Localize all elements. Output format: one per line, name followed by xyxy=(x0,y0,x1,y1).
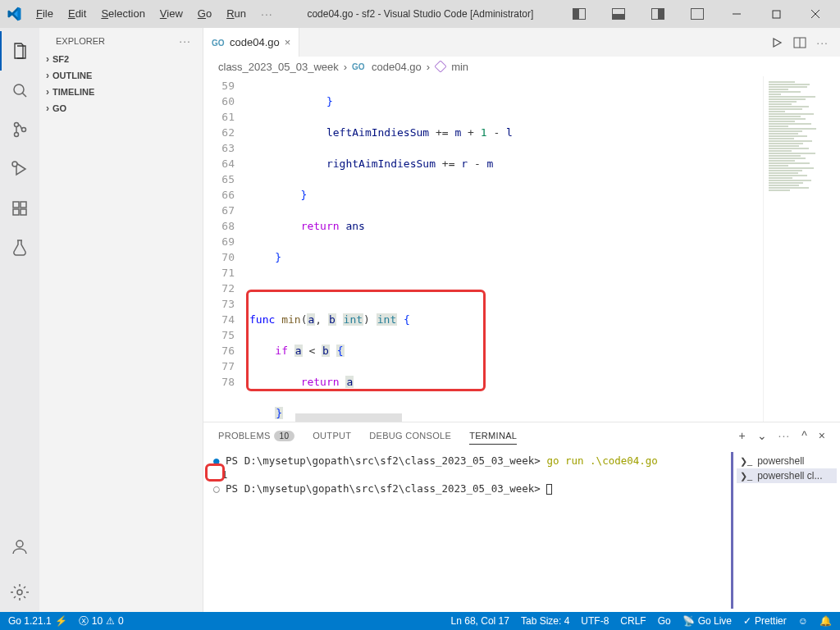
svg-point-10 xyxy=(12,162,17,167)
terminal-list: ❯_powershell ❯_powershell cl... xyxy=(733,449,840,612)
status-feedback-icon[interactable]: ☺ xyxy=(798,615,808,627)
activity-debug[interactable] xyxy=(0,149,39,189)
h-scrollbar[interactable] xyxy=(295,413,402,422)
terminal-output: 1 xyxy=(213,468,724,482)
terminal[interactable]: ● PS D:\mysetup\gopath\src\sf2\class_202… xyxy=(203,449,733,612)
status-go-version[interactable]: Go 1.21.1 ⚡ xyxy=(8,615,67,627)
svg-point-6 xyxy=(15,123,19,127)
sidebar-header: EXPLORER ··· xyxy=(39,28,203,51)
tab-code04[interactable]: GO code04.go × xyxy=(203,28,299,57)
menu-bar: File Edit Selection View Go Run ··· xyxy=(30,4,280,24)
status-encoding[interactable]: UTF-8 xyxy=(581,615,609,627)
activity-bar xyxy=(0,28,39,612)
editor[interactable]: 5960616263646566676869707172737475767778… xyxy=(203,76,840,422)
layout-toggle-2[interactable] xyxy=(600,2,637,26)
line-gutter: 5960616263646566676869707172737475767778 xyxy=(203,76,249,422)
menu-go[interactable]: Go xyxy=(191,4,218,24)
window-minimize[interactable] xyxy=(719,2,755,26)
svg-point-16 xyxy=(17,590,22,595)
layout-toggle-3[interactable] xyxy=(640,2,676,26)
svg-rect-1 xyxy=(773,11,780,18)
status-bar: Go 1.21.1 ⚡ ⓧ 10 ⚠ 0 Ln 68, Col 17 Tab S… xyxy=(0,612,840,630)
sidebar-more-icon[interactable]: ··· xyxy=(179,34,191,48)
svg-marker-18 xyxy=(774,39,781,47)
editor-more-icon[interactable]: ··· xyxy=(816,36,829,49)
activity-account[interactable] xyxy=(0,527,39,566)
svg-line-5 xyxy=(22,93,26,97)
status-prettier[interactable]: ✓ Prettier xyxy=(743,615,787,627)
tab-label: code04.go xyxy=(230,36,280,48)
svg-point-8 xyxy=(22,128,26,132)
status-bell-icon[interactable]: 🔔 xyxy=(819,615,832,627)
breadcrumb[interactable]: class_2023_05_03_week› GO code04.go› min xyxy=(203,57,840,76)
menu-selection[interactable]: Selection xyxy=(94,4,151,24)
window-title: code04.go - sf2 - Visual Studio Code [Ad… xyxy=(280,8,561,20)
tab-output[interactable]: OUTPUT xyxy=(313,427,351,444)
status-golive[interactable]: 📡 Go Live xyxy=(682,615,732,627)
sidebar: EXPLORER ··· ›SF2 ›OUTLINE ›TIMELINE ›GO xyxy=(39,28,203,612)
status-tabsize[interactable]: Tab Size: 4 xyxy=(521,615,569,627)
panel-maximize-icon[interactable]: ^ xyxy=(801,429,807,442)
activity-explorer[interactable] xyxy=(0,31,39,71)
status-eol[interactable]: CRLF xyxy=(620,615,646,627)
tab-problems[interactable]: PROBLEMS10 xyxy=(218,427,294,444)
menu-more[interactable]: ··· xyxy=(254,4,280,24)
minimap[interactable] xyxy=(763,76,840,422)
term-item-1[interactable]: ❯_powershell xyxy=(737,454,837,468)
breadcrumb-symbol[interactable]: min xyxy=(451,61,468,73)
go-file-icon: GO xyxy=(212,38,225,48)
activity-extensions[interactable] xyxy=(0,189,39,228)
terminal-scroll-indicator xyxy=(731,452,733,609)
layout-toggle-4[interactable] xyxy=(679,2,715,26)
menu-edit[interactable]: Edit xyxy=(62,4,93,24)
sidebar-go[interactable]: ›GO xyxy=(39,100,203,116)
sidebar-timeline[interactable]: ›TIMELINE xyxy=(39,84,203,100)
sidebar-sf2[interactable]: ›SF2 xyxy=(39,51,203,67)
sidebar-outline[interactable]: ›OUTLINE xyxy=(39,67,203,84)
svg-text:GO: GO xyxy=(352,62,365,71)
cursor-icon xyxy=(546,484,552,495)
window-close[interactable] xyxy=(797,2,833,26)
run-icon[interactable] xyxy=(770,36,783,49)
svg-point-15 xyxy=(16,541,23,547)
layout-toggle-1[interactable] xyxy=(561,2,597,26)
activity-scm[interactable] xyxy=(0,110,39,149)
status-position[interactable]: Ln 68, Col 17 xyxy=(451,615,509,627)
activity-settings[interactable] xyxy=(0,573,39,612)
menu-run[interactable]: Run xyxy=(220,4,253,24)
activity-testing[interactable] xyxy=(0,228,39,267)
code-area[interactable]: } leftAimIndiesSum += m + 1 - l rightAim… xyxy=(249,76,763,422)
window-maximize[interactable] xyxy=(758,2,794,26)
panel-more-icon[interactable]: ··· xyxy=(778,429,791,442)
terminal-dropdown-icon[interactable]: ⌄ xyxy=(757,429,767,442)
tab-debug[interactable]: DEBUG CONSOLE xyxy=(369,427,451,444)
tab-close-icon[interactable]: × xyxy=(285,36,291,48)
svg-marker-9 xyxy=(16,163,25,175)
editor-tabs: GO code04.go × ··· xyxy=(203,28,840,57)
tab-terminal[interactable]: TERMINAL xyxy=(469,427,517,445)
terminal-prompt: PS D:\mysetup\gopath\src\sf2\class_2023_… xyxy=(226,454,546,467)
vscode-logo-icon xyxy=(7,7,21,21)
breadcrumb-folder[interactable]: class_2023_05_03_week xyxy=(218,61,339,73)
go-file-icon: GO xyxy=(352,62,367,71)
svg-point-7 xyxy=(15,133,19,137)
breadcrumb-file[interactable]: code04.go xyxy=(372,61,422,73)
menu-view[interactable]: View xyxy=(153,4,189,24)
new-terminal-icon[interactable]: + xyxy=(738,429,745,442)
panel-close-icon[interactable]: × xyxy=(819,429,825,442)
split-icon[interactable] xyxy=(793,37,806,48)
term-item-2[interactable]: ❯_powershell cl... xyxy=(737,468,837,483)
status-errors[interactable]: ⓧ 10 ⚠ 0 xyxy=(79,614,124,628)
svg-text:GO: GO xyxy=(212,39,225,48)
sidebar-title: EXPLORER xyxy=(56,36,105,46)
activity-search[interactable] xyxy=(0,71,39,110)
bottom-panel: PROBLEMS10 OUTPUT DEBUG CONSOLE TERMINAL… xyxy=(203,422,840,612)
svg-rect-11 xyxy=(13,202,19,208)
status-language[interactable]: Go xyxy=(658,615,671,627)
svg-rect-14 xyxy=(21,202,26,208)
symbol-icon xyxy=(435,61,446,72)
svg-rect-12 xyxy=(13,209,19,215)
svg-rect-22 xyxy=(435,61,446,72)
svg-rect-13 xyxy=(21,209,26,215)
menu-file[interactable]: File xyxy=(30,4,60,24)
